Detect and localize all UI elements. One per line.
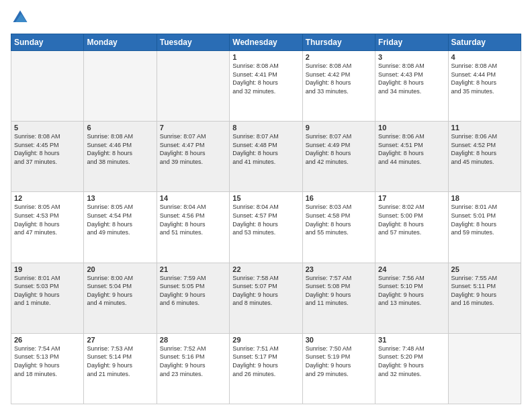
day-info: Sunrise: 7:52 AM Sunset: 5:16 PM Dayligh… <box>160 345 226 378</box>
logo-icon <box>11 8 30 27</box>
day-number: 13 <box>87 194 153 202</box>
calendar-cell: 3Sunrise: 8:08 AM Sunset: 4:43 PM Daylig… <box>375 51 448 122</box>
day-info: Sunrise: 7:51 AM Sunset: 5:17 PM Dayligh… <box>232 345 299 378</box>
calendar-cell: 30Sunrise: 7:50 AM Sunset: 5:19 PM Dayli… <box>302 333 375 404</box>
calendar-header-friday: Friday <box>375 34 448 51</box>
day-number: 6 <box>87 124 153 132</box>
day-info: Sunrise: 8:08 AM Sunset: 4:45 PM Dayligh… <box>14 132 81 166</box>
day-number: 26 <box>14 336 81 344</box>
page: SundayMondayTuesdayWednesdayThursdayFrid… <box>0 0 532 411</box>
calendar-cell: 12Sunrise: 8:05 AM Sunset: 4:53 PM Dayli… <box>11 192 84 263</box>
day-number: 20 <box>87 265 153 273</box>
day-info: Sunrise: 8:07 AM Sunset: 4:48 PM Dayligh… <box>232 132 299 166</box>
day-info: Sunrise: 8:06 AM Sunset: 4:52 PM Dayligh… <box>451 132 518 166</box>
day-number: 16 <box>306 194 372 202</box>
calendar-week-5: 26Sunrise: 7:54 AM Sunset: 5:13 PM Dayli… <box>11 333 521 404</box>
day-info: Sunrise: 7:59 AM Sunset: 5:05 PM Dayligh… <box>160 274 226 308</box>
calendar-cell: 21Sunrise: 7:59 AM Sunset: 5:05 PM Dayli… <box>157 263 229 333</box>
day-number: 15 <box>232 194 299 202</box>
calendar-cell: 23Sunrise: 7:57 AM Sunset: 5:08 PM Dayli… <box>302 263 375 333</box>
day-info: Sunrise: 7:57 AM Sunset: 5:08 PM Dayligh… <box>306 274 372 308</box>
calendar-header-wednesday: Wednesday <box>230 34 302 51</box>
calendar-cell: 28Sunrise: 7:52 AM Sunset: 5:16 PM Dayli… <box>157 333 229 404</box>
day-info: Sunrise: 7:58 AM Sunset: 5:07 PM Dayligh… <box>232 274 299 308</box>
calendar-cell: 15Sunrise: 8:04 AM Sunset: 4:57 PM Dayli… <box>230 192 302 263</box>
calendar-cell: 29Sunrise: 7:51 AM Sunset: 5:17 PM Dayli… <box>230 333 302 404</box>
calendar-cell: 24Sunrise: 7:56 AM Sunset: 5:10 PM Dayli… <box>375 263 448 333</box>
day-number: 11 <box>451 124 518 132</box>
day-number: 30 <box>306 336 372 344</box>
calendar-header-row: SundayMondayTuesdayWednesdayThursdayFrid… <box>11 34 521 51</box>
day-info: Sunrise: 7:55 AM Sunset: 5:11 PM Dayligh… <box>451 274 518 308</box>
day-info: Sunrise: 8:07 AM Sunset: 4:47 PM Dayligh… <box>160 132 226 166</box>
day-number: 8 <box>232 124 299 132</box>
day-number: 1 <box>232 53 299 61</box>
day-number: 31 <box>378 336 445 344</box>
calendar-week-1: 1Sunrise: 8:08 AM Sunset: 4:41 PM Daylig… <box>11 51 521 122</box>
calendar-week-3: 12Sunrise: 8:05 AM Sunset: 4:53 PM Dayli… <box>11 192 521 263</box>
day-info: Sunrise: 8:06 AM Sunset: 4:51 PM Dayligh… <box>378 132 445 166</box>
calendar-cell <box>448 333 521 404</box>
calendar-table: SundayMondayTuesdayWednesdayThursdayFrid… <box>11 34 521 404</box>
calendar-cell: 14Sunrise: 8:04 AM Sunset: 4:56 PM Dayli… <box>157 192 229 263</box>
calendar-cell: 26Sunrise: 7:54 AM Sunset: 5:13 PM Dayli… <box>11 333 84 404</box>
calendar-cell: 2Sunrise: 8:08 AM Sunset: 4:42 PM Daylig… <box>302 51 375 122</box>
calendar-header-monday: Monday <box>84 34 157 51</box>
day-info: Sunrise: 8:08 AM Sunset: 4:44 PM Dayligh… <box>451 62 518 95</box>
calendar-header-thursday: Thursday <box>302 34 375 51</box>
calendar-cell: 20Sunrise: 8:00 AM Sunset: 5:04 PM Dayli… <box>84 263 157 333</box>
calendar-cell: 18Sunrise: 8:01 AM Sunset: 5:01 PM Dayli… <box>448 192 521 263</box>
calendar-cell: 5Sunrise: 8:08 AM Sunset: 4:45 PM Daylig… <box>11 122 84 192</box>
day-info: Sunrise: 7:54 AM Sunset: 5:13 PM Dayligh… <box>14 345 81 378</box>
calendar-cell: 7Sunrise: 8:07 AM Sunset: 4:47 PM Daylig… <box>157 122 229 192</box>
day-info: Sunrise: 8:01 AM Sunset: 5:01 PM Dayligh… <box>451 203 518 236</box>
day-info: Sunrise: 7:53 AM Sunset: 5:14 PM Dayligh… <box>87 345 153 378</box>
day-number: 28 <box>160 336 226 344</box>
day-number: 24 <box>378 265 445 273</box>
day-number: 4 <box>451 53 518 61</box>
day-number: 10 <box>378 124 445 132</box>
day-number: 12 <box>14 194 81 202</box>
day-info: Sunrise: 7:56 AM Sunset: 5:10 PM Dayligh… <box>378 274 445 308</box>
calendar-cell <box>11 51 84 122</box>
day-info: Sunrise: 7:50 AM Sunset: 5:19 PM Dayligh… <box>306 345 372 378</box>
calendar-cell <box>84 51 157 122</box>
day-info: Sunrise: 8:08 AM Sunset: 4:46 PM Dayligh… <box>87 132 153 166</box>
day-info: Sunrise: 8:03 AM Sunset: 4:58 PM Dayligh… <box>306 203 372 236</box>
day-info: Sunrise: 8:01 AM Sunset: 5:03 PM Dayligh… <box>14 274 81 308</box>
calendar-cell <box>157 51 229 122</box>
day-number: 22 <box>232 265 299 273</box>
day-number: 3 <box>378 53 445 61</box>
day-info: Sunrise: 8:02 AM Sunset: 5:00 PM Dayligh… <box>378 203 445 236</box>
calendar-cell: 19Sunrise: 8:01 AM Sunset: 5:03 PM Dayli… <box>11 263 84 333</box>
header <box>11 8 521 27</box>
day-number: 9 <box>306 124 372 132</box>
calendar-cell: 4Sunrise: 8:08 AM Sunset: 4:44 PM Daylig… <box>448 51 521 122</box>
day-number: 21 <box>160 265 226 273</box>
calendar-cell: 8Sunrise: 8:07 AM Sunset: 4:48 PM Daylig… <box>230 122 302 192</box>
day-info: Sunrise: 8:08 AM Sunset: 4:41 PM Dayligh… <box>232 62 299 95</box>
calendar-week-2: 5Sunrise: 8:08 AM Sunset: 4:45 PM Daylig… <box>11 122 521 192</box>
calendar-cell: 22Sunrise: 7:58 AM Sunset: 5:07 PM Dayli… <box>230 263 302 333</box>
day-number: 17 <box>378 194 445 202</box>
day-info: Sunrise: 8:05 AM Sunset: 4:53 PM Dayligh… <box>14 203 81 236</box>
calendar-cell: 13Sunrise: 8:05 AM Sunset: 4:54 PM Dayli… <box>84 192 157 263</box>
calendar-cell: 31Sunrise: 7:48 AM Sunset: 5:20 PM Dayli… <box>375 333 448 404</box>
calendar-cell: 11Sunrise: 8:06 AM Sunset: 4:52 PM Dayli… <box>448 122 521 192</box>
day-number: 25 <box>451 265 518 273</box>
day-info: Sunrise: 8:00 AM Sunset: 5:04 PM Dayligh… <box>87 274 153 308</box>
logo <box>11 8 32 27</box>
day-number: 7 <box>160 124 226 132</box>
day-info: Sunrise: 8:05 AM Sunset: 4:54 PM Dayligh… <box>87 203 153 236</box>
day-number: 27 <box>87 336 153 344</box>
day-number: 14 <box>160 194 226 202</box>
day-number: 2 <box>306 53 372 61</box>
day-number: 18 <box>451 194 518 202</box>
calendar-cell: 6Sunrise: 8:08 AM Sunset: 4:46 PM Daylig… <box>84 122 157 192</box>
day-info: Sunrise: 8:07 AM Sunset: 4:49 PM Dayligh… <box>306 132 372 166</box>
day-number: 5 <box>14 124 81 132</box>
calendar-week-4: 19Sunrise: 8:01 AM Sunset: 5:03 PM Dayli… <box>11 263 521 333</box>
calendar-cell: 10Sunrise: 8:06 AM Sunset: 4:51 PM Dayli… <box>375 122 448 192</box>
day-info: Sunrise: 8:08 AM Sunset: 4:43 PM Dayligh… <box>378 62 445 95</box>
calendar-header-saturday: Saturday <box>448 34 521 51</box>
